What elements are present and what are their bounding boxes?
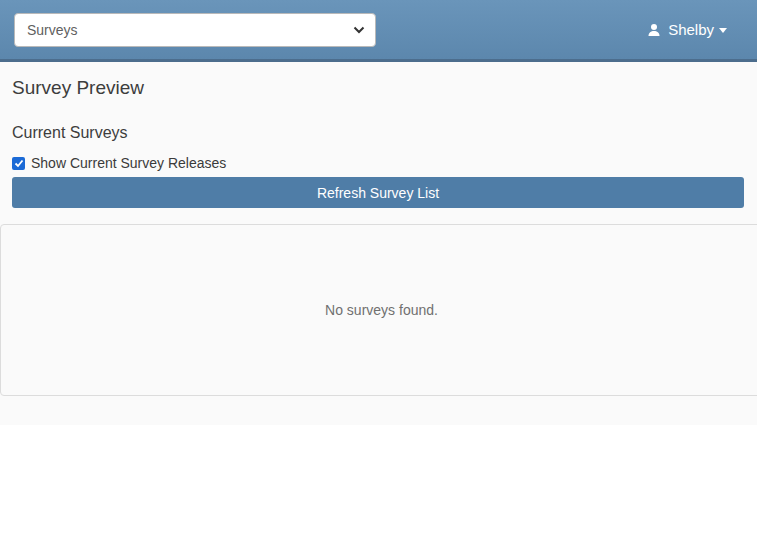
nav-select[interactable]: Surveys [14,13,376,47]
checkbox-checked-icon[interactable] [12,157,25,170]
user-name: Shelby [668,21,714,38]
empty-message: No surveys found. [325,302,438,318]
person-icon [647,23,661,37]
user-menu[interactable]: Shelby [647,21,727,38]
refresh-survey-list-button[interactable]: Refresh Survey List [12,177,744,208]
caret-down-icon [719,28,727,33]
top-nav: Surveys Shelby [0,0,757,62]
page-title: Survey Preview [12,76,745,99]
page-content: Survey Preview Current Surveys Show Curr… [0,62,757,425]
nav-select-wrap: Surveys [14,13,376,47]
checkbox-label: Show Current Survey Releases [31,155,226,171]
survey-list-panel: No surveys found. [0,224,757,396]
section-title-current-surveys: Current Surveys [12,123,745,142]
show-current-survey-releases-checkbox-row[interactable]: Show Current Survey Releases [12,155,745,171]
